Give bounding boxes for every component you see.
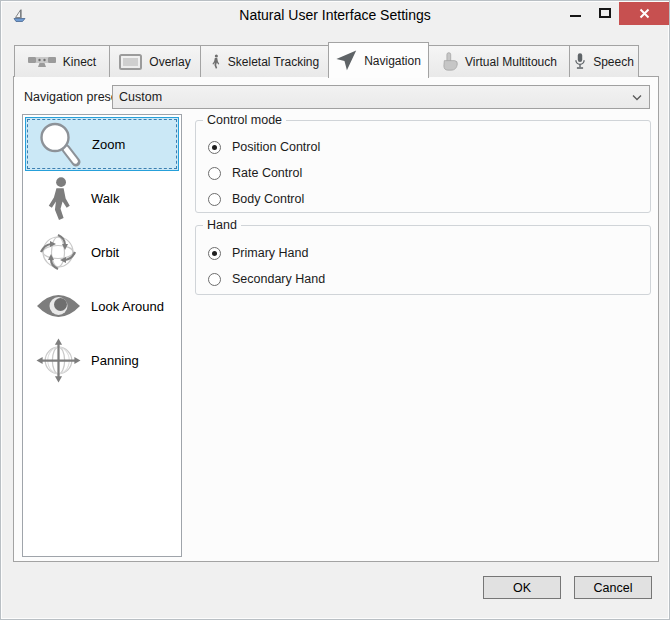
radio-button-icon bbox=[208, 247, 221, 260]
list-item-label: Walk bbox=[91, 191, 119, 206]
tab-label: Navigation bbox=[364, 54, 421, 68]
tab-label: Speech bbox=[593, 55, 634, 69]
list-item-label: Look Around bbox=[91, 299, 164, 314]
radio-button-icon bbox=[208, 273, 221, 286]
title-bar[interactable]: Natural User Interface Settings bbox=[1, 1, 669, 33]
cancel-button[interactable]: Cancel bbox=[574, 576, 652, 599]
list-item-label: Orbit bbox=[91, 245, 119, 260]
close-icon bbox=[639, 8, 650, 19]
list-item-label: Zoom bbox=[92, 137, 125, 152]
list-item-look-around[interactable]: Look Around bbox=[25, 279, 179, 333]
radio-label: Body Control bbox=[232, 192, 304, 206]
radio-button-icon bbox=[208, 193, 221, 206]
minimize-button[interactable] bbox=[561, 1, 589, 25]
tab-kinect[interactable]: Kinect bbox=[14, 45, 110, 77]
tab-label: Skeletal Tracking bbox=[228, 55, 319, 69]
maximize-button[interactable] bbox=[591, 1, 619, 25]
close-button[interactable] bbox=[619, 2, 669, 25]
tab-bar: Kinect Overlay Skeletal Tracking Navigat… bbox=[14, 41, 639, 77]
radio-primary-hand[interactable]: Primary Hand bbox=[196, 240, 650, 266]
radio-button-icon bbox=[208, 141, 221, 154]
minimize-icon bbox=[570, 15, 581, 17]
list-item-orbit[interactable]: Orbit bbox=[25, 225, 179, 279]
tab-label: Kinect bbox=[63, 55, 96, 69]
kinect-sensor-icon bbox=[28, 55, 56, 69]
tab-label: Virtual Multitouch bbox=[465, 55, 557, 69]
list-item-zoom[interactable]: Zoom bbox=[25, 117, 179, 171]
radio-label: Position Control bbox=[232, 140, 320, 154]
navigation-preset-combobox[interactable]: Custom bbox=[112, 85, 650, 109]
tab-label: Overlay bbox=[149, 55, 190, 69]
list-item-panning[interactable]: Panning bbox=[25, 333, 179, 387]
group-hand: Hand Primary Hand Secondary Hand bbox=[195, 225, 651, 295]
tab-overlay[interactable]: Overlay bbox=[109, 45, 201, 77]
microphone-icon bbox=[574, 52, 586, 71]
list-item-label: Panning bbox=[91, 353, 139, 368]
list-item-walk[interactable]: Walk bbox=[25, 171, 179, 225]
monitor-icon bbox=[119, 54, 142, 70]
tab-skeletal-tracking[interactable]: Skeletal Tracking bbox=[200, 45, 329, 77]
chevron-down-icon bbox=[625, 94, 649, 101]
radio-secondary-hand[interactable]: Secondary Hand bbox=[196, 266, 650, 292]
radio-label: Rate Control bbox=[232, 166, 302, 180]
tab-speech[interactable]: Speech bbox=[569, 45, 639, 77]
group-title: Hand bbox=[203, 218, 241, 232]
magnifier-icon bbox=[26, 121, 92, 167]
radio-body-control[interactable]: Body Control bbox=[196, 186, 650, 212]
radio-button-icon bbox=[208, 167, 221, 180]
ok-button[interactable]: OK bbox=[483, 576, 561, 599]
tab-navigation[interactable]: Navigation bbox=[328, 42, 429, 78]
maximize-icon bbox=[599, 8, 611, 18]
radio-position-control[interactable]: Position Control bbox=[196, 134, 650, 160]
walking-person-icon bbox=[25, 176, 91, 221]
combobox-value: Custom bbox=[113, 90, 625, 104]
navigation-cursor-icon bbox=[336, 50, 357, 71]
navigation-tab-page: Navigation preset: Custom Zoom bbox=[13, 76, 659, 562]
tab-virtual-multitouch[interactable]: Virtual Multitouch bbox=[428, 45, 570, 77]
hand-touch-icon bbox=[441, 52, 458, 71]
skeletal-person-icon bbox=[210, 52, 221, 71]
radio-rate-control[interactable]: Rate Control bbox=[196, 160, 650, 186]
orbit-icon bbox=[25, 230, 91, 274]
settings-window: Natural User Interface Settings Kinect bbox=[0, 0, 670, 620]
nav-mode-listbox: Zoom Walk bbox=[22, 114, 182, 557]
group-control-mode: Control mode Position Control Rate Contr… bbox=[195, 120, 651, 213]
radio-label: Primary Hand bbox=[232, 246, 308, 260]
eye-icon bbox=[25, 291, 91, 321]
radio-label: Secondary Hand bbox=[232, 272, 325, 286]
panning-icon bbox=[25, 338, 91, 383]
navigation-preset-label: Navigation preset: bbox=[24, 90, 125, 104]
group-title: Control mode bbox=[203, 113, 286, 127]
